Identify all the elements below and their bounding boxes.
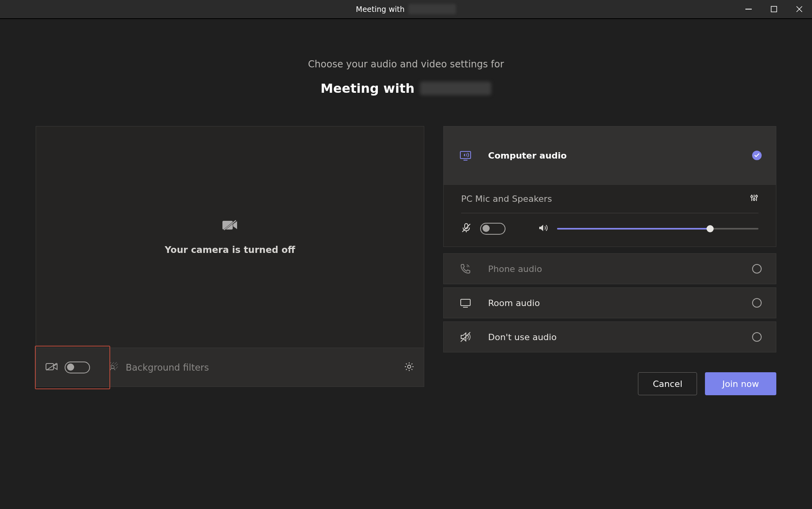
minimize-button[interactable]	[736, 0, 761, 18]
speaker-icon	[538, 223, 548, 235]
audio-device-name: PC Mic and Speakers	[461, 194, 552, 204]
video-settings-button[interactable]	[404, 362, 414, 373]
svg-line-8	[46, 363, 57, 370]
window-title-redacted	[408, 4, 456, 14]
volume-fill	[557, 228, 710, 230]
background-filters-button[interactable]: Background filters	[109, 362, 209, 373]
heading-main-redacted	[420, 82, 491, 95]
heading-main: Meeting with	[36, 81, 776, 96]
video-preview: Your camera is turned off	[36, 126, 424, 348]
volume-thumb	[707, 225, 714, 232]
mic-toggle[interactable]	[480, 223, 506, 235]
join-label: Join now	[722, 379, 759, 389]
svg-point-15	[408, 365, 411, 368]
heading-sub: Choose your audio and video settings for	[36, 59, 776, 70]
audio-option-computer[interactable]: Computer audio	[443, 126, 776, 185]
maximize-button[interactable]	[761, 0, 787, 18]
window-title-prefix: Meeting with	[356, 5, 405, 13]
no-audio-label: Don't use audio	[488, 332, 752, 342]
volume-slider[interactable]	[557, 228, 758, 230]
close-button[interactable]	[787, 0, 812, 18]
computer-audio-selected-icon	[752, 151, 762, 160]
svg-line-12	[115, 362, 117, 364]
audio-device-panel: PC Mic and Speakers	[443, 185, 776, 247]
svg-rect-0	[745, 9, 752, 10]
room-audio-icon	[456, 297, 475, 309]
window-title: Meeting with	[356, 4, 456, 14]
camera-toggle[interactable]	[65, 362, 90, 373]
audio-device-settings-button[interactable]	[750, 193, 758, 204]
phone-audio-radio	[752, 264, 762, 274]
background-filters-label: Background filters	[126, 362, 209, 373]
svg-rect-1	[771, 6, 777, 12]
svg-point-23	[756, 195, 758, 197]
phone-audio-label: Phone audio	[488, 264, 752, 274]
video-controls-bar: Background filters	[36, 348, 424, 387]
camera-off-text: Your camera is turned off	[165, 245, 295, 255]
cancel-button[interactable]: Cancel	[638, 372, 697, 395]
window-controls	[736, 0, 812, 18]
svg-line-13	[116, 364, 118, 366]
room-audio-label: Room audio	[488, 298, 752, 308]
svg-line-10	[110, 362, 111, 364]
audio-option-phone[interactable]: Phone audio	[443, 253, 776, 284]
camera-off-icon	[222, 219, 237, 233]
room-audio-radio	[752, 298, 762, 308]
computer-audio-label: Computer audio	[488, 151, 752, 161]
svg-rect-16	[460, 151, 471, 159]
computer-audio-icon	[456, 149, 475, 161]
heading-main-prefix: Meeting with	[321, 81, 415, 96]
titlebar: Meeting with	[0, 0, 812, 19]
video-panel: Your camera is turned off Background fil…	[36, 126, 424, 387]
camera-off-small-icon	[46, 362, 57, 373]
prejoin-heading: Choose your audio and video settings for…	[36, 59, 776, 96]
svg-rect-26	[461, 299, 470, 306]
background-filters-icon	[109, 362, 119, 373]
no-audio-radio	[752, 332, 762, 342]
audio-option-room[interactable]: Room audio	[443, 287, 776, 318]
no-audio-icon	[456, 331, 475, 343]
cancel-label: Cancel	[653, 379, 682, 389]
mic-off-icon	[461, 223, 471, 235]
audio-option-no-audio[interactable]: Don't use audio	[443, 321, 776, 352]
svg-line-14	[116, 367, 118, 369]
audio-panel: Computer audio PC Mic and Speakers	[443, 126, 776, 395]
footer-buttons: Cancel Join now	[443, 372, 776, 395]
svg-point-19	[751, 196, 753, 198]
svg-rect-7	[46, 364, 54, 370]
svg-point-21	[753, 199, 755, 201]
phone-audio-icon	[456, 263, 475, 275]
join-now-button[interactable]: Join now	[705, 372, 776, 395]
